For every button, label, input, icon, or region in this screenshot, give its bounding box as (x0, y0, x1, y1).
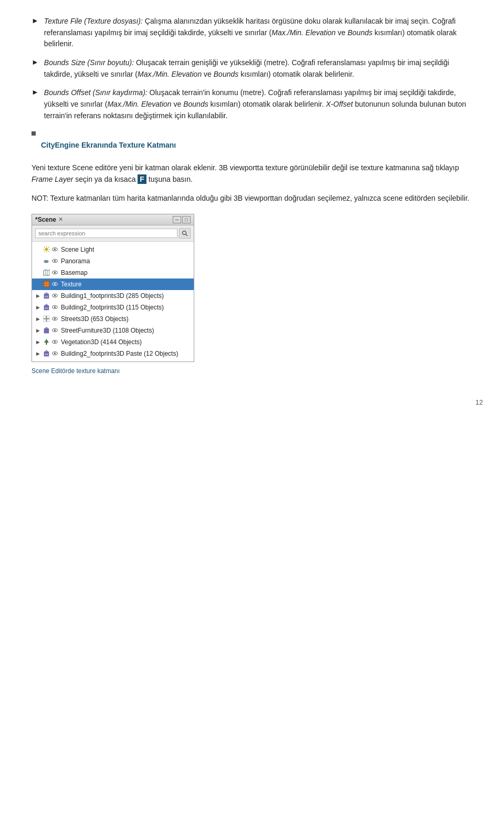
scene-panel-tab-close: ✕ (58, 216, 63, 223)
layer-visibility-icon (51, 315, 58, 323)
layer-type-icon (43, 327, 50, 334)
layer-type-icon (43, 350, 50, 357)
bullet-item-3: ► Bounds Offset (Sınır kaydırma): Oluşac… (32, 87, 472, 121)
layer-icons (43, 269, 58, 276)
layer-row-selected[interactable]: Texture (32, 278, 194, 290)
eye-icon (51, 292, 58, 299)
arrow-bullet-2: ► (32, 58, 39, 66)
normal-para-1-text: Yeni texture Scene editöre yeni bir katm… (32, 163, 459, 172)
layer-type-icon (43, 269, 50, 276)
svg-rect-52 (46, 343, 47, 345)
svg-line-10 (44, 251, 45, 252)
layer-type-icon (43, 292, 50, 300)
layer-icons (43, 257, 58, 265)
f-key-highlight: F (138, 174, 146, 184)
layer-row[interactable]: ▶ StreetFurniture3 (32, 325, 194, 336)
search-button[interactable] (179, 228, 191, 239)
layer-visibility-icon (51, 292, 58, 300)
normal-para-1: Yeni texture Scene editöre yeni bir katm… (32, 162, 472, 185)
bullet-text-3: Bounds Offset (Sınır kaydırma): Oluşacak… (44, 87, 472, 121)
layer-name: Texture (61, 281, 81, 288)
svg-point-22 (54, 272, 56, 273)
svg-point-2 (45, 248, 48, 251)
layer-row[interactable]: Scene Light (32, 244, 194, 255)
svg-marker-31 (44, 293, 49, 295)
layer-row[interactable]: Panorama (32, 255, 194, 267)
svg-point-35 (54, 295, 56, 296)
layer-icons (43, 304, 58, 311)
page-number: 12 (476, 398, 483, 406)
bullet-text-1: Texture File (Texture dosyası): Çalışma … (44, 16, 472, 50)
eye-icon (51, 269, 58, 276)
maximize-button[interactable]: □ (182, 216, 191, 223)
layer-type-icon (43, 338, 50, 346)
scene-panel-title: *Scene (35, 216, 56, 223)
layer-icons (43, 327, 58, 334)
note-para: NOT: Texture katmanları tüm harita katma… (32, 192, 472, 204)
layer-visibility-icon (51, 281, 58, 288)
expand-icon: ▶ (36, 316, 43, 322)
scene-search-row (32, 225, 194, 242)
frame-layer-em: Frame Layer (32, 175, 73, 183)
svg-point-29 (54, 283, 56, 285)
layer-icons (43, 246, 58, 253)
streets-icon (43, 315, 50, 322)
layer-icons (43, 292, 58, 300)
cloud-icon (43, 257, 50, 264)
minimize-button[interactable]: ─ (173, 216, 181, 223)
eye-icon (51, 327, 58, 334)
bullet-item-1: ► Texture File (Texture dosyası): Çalışm… (32, 16, 472, 50)
svg-point-46 (54, 318, 56, 319)
layer-visibility-icon (51, 269, 58, 276)
expand-icon: ▶ (36, 293, 43, 298)
layer-row[interactable]: ▶ (32, 302, 194, 313)
eye-icon (51, 338, 58, 345)
normal-para-1-end: tuşuna basın. (146, 175, 193, 183)
search-input[interactable] (35, 229, 177, 238)
svg-point-17 (54, 260, 56, 262)
layer-row[interactable]: ▶ (32, 290, 194, 302)
svg-point-60 (54, 353, 56, 354)
scene-panel-titlebar: *Scene ✕ ─ □ (32, 214, 194, 225)
layer-row[interactable]: ▶ S (32, 313, 194, 325)
search-icon (182, 230, 188, 236)
bullet-text-2: Bounds Size (Sınır boyutu): Oluşacak ter… (44, 57, 472, 80)
svg-marker-56 (44, 350, 49, 353)
svg-rect-55 (44, 352, 49, 356)
layer-row[interactable]: ▶ Vegetation3D (41 (32, 336, 194, 348)
building-icon (43, 292, 50, 299)
page: ► Texture File (Texture dosyası): Çalışm… (0, 0, 504, 417)
layer-icons (43, 338, 58, 346)
eye-icon (51, 315, 58, 322)
layer-type-icon (43, 257, 50, 265)
svg-rect-32 (45, 296, 46, 297)
layer-name: Building2_footprints3D (115 Objects) (61, 304, 164, 311)
building-icon (43, 304, 50, 311)
layer-row[interactable]: Basemap (32, 267, 194, 278)
arrow-bullet-3: ► (32, 88, 39, 96)
expand-icon: ▶ (36, 339, 43, 345)
normal-para-1-after: seçin ya da kısaca (73, 175, 138, 183)
layer-visibility-icon (51, 338, 58, 346)
building-icon (43, 350, 50, 357)
arrow-bullet-1: ► (32, 16, 39, 25)
svg-marker-37 (44, 304, 49, 306)
layer-name: Building2_footprints3D Paste (12 Objects… (61, 350, 178, 357)
expand-icon: ▶ (36, 328, 43, 333)
square-bullet-icon (32, 131, 36, 136)
sun-icon (43, 246, 50, 253)
texture-icon (43, 281, 50, 287)
svg-line-1 (186, 234, 187, 236)
map-icon (43, 269, 50, 276)
svg-point-50 (54, 329, 56, 331)
layer-visibility-icon (51, 246, 58, 253)
layer-type-icon (43, 304, 50, 311)
layer-row[interactable]: ▶ (32, 348, 194, 359)
svg-rect-39 (47, 307, 48, 309)
scene-panel: *Scene ✕ ─ □ (32, 214, 194, 362)
layer-icons (43, 281, 58, 288)
svg-rect-23 (44, 281, 49, 287)
scene-panel-caption: Scene Editörde texture katmanı (32, 367, 472, 375)
svg-marker-51 (44, 339, 49, 343)
scene-panel-controls: ─ □ (173, 216, 191, 223)
